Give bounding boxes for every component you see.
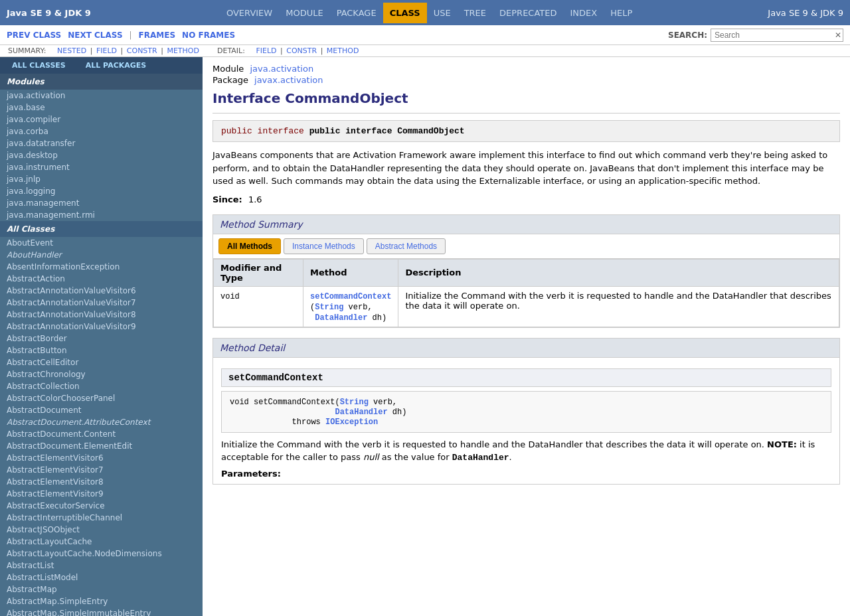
field-link[interactable]: FIELD: [96, 46, 117, 55]
no-frames-link[interactable]: NO FRAMES: [182, 31, 235, 40]
all-classes-link[interactable]: ALL CLASSES: [5, 60, 72, 71]
sidebar-class-aev8[interactable]: AbstractElementVisitor8: [0, 476, 203, 488]
sidebar-item-java-activation[interactable]: java.activation: [0, 90, 203, 102]
divider1: [212, 113, 840, 114]
sidebar-class-aavv6[interactable]: AbstractAnnotationValueVisitor6: [0, 285, 203, 297]
sidebar-class-aev6[interactable]: AbstractElementVisitor6: [0, 452, 203, 464]
module-name-link[interactable]: java.activation: [250, 64, 313, 74]
sidebar-class-aavv7[interactable]: AbstractAnnotationValueVisitor7: [0, 297, 203, 309]
sidebar-class-abstractjsobject[interactable]: AbstractJSOObject: [0, 524, 203, 536]
datahandler-code: DataHandler: [452, 453, 509, 463]
method-signature-cell: setCommandContext (String verb, DataHand…: [303, 286, 398, 327]
sep1: |: [129, 31, 132, 40]
sidebar-class-aavv9[interactable]: AbstractAnnotationValueVisitor9: [0, 321, 203, 333]
detail-field-link[interactable]: FIELD: [256, 46, 276, 55]
interface-description: JavaBeans components that are Activation…: [212, 149, 840, 188]
sidebar-top-links: ALL CLASSES ALL PACKAGES: [0, 57, 203, 74]
sidebar-class-abstractmap-simpleentry[interactable]: AbstractMap.SimpleEntry: [0, 595, 203, 607]
sidebar-item-java-jnlp[interactable]: java.jnlp: [0, 173, 203, 185]
sidebar-class-abstractaction[interactable]: AbstractAction: [0, 273, 203, 285]
method-summary-section: Method Summary All Methods Instance Meth…: [212, 214, 840, 328]
sidebar-item-java-compiler[interactable]: java.compiler: [0, 114, 203, 125]
sidebar-class-abstractdoc-content[interactable]: AbstractDocument.Content: [0, 428, 203, 440]
sidebar-class-abstractborder[interactable]: AbstractBorder: [0, 333, 203, 345]
sidebar-class-abstractlistmodel[interactable]: AbstractListModel: [0, 572, 203, 583]
module-line: Module java.activation: [212, 64, 840, 74]
sidebar-item-java-datatransfer[interactable]: java.datatransfer: [0, 137, 203, 149]
col-description: Description: [398, 259, 839, 286]
frames-link[interactable]: FRAMES: [139, 31, 176, 40]
string-link-detail[interactable]: String: [340, 398, 369, 407]
nav-module[interactable]: MODULE: [279, 3, 329, 23]
nav-class[interactable]: CLASS: [383, 3, 427, 23]
interface-title: Interface CommandObject: [212, 90, 840, 106]
next-class-link[interactable]: NEXT CLASS: [68, 31, 122, 40]
since-section: Since: 1.6: [212, 194, 840, 204]
module-label: Module: [212, 64, 244, 74]
nav-tree[interactable]: TREE: [458, 3, 493, 23]
sidebar-class-abstractbutton[interactable]: AbstractButton: [0, 345, 203, 356]
sidebar-class-abstractexecutorservice[interactable]: AbstractExecutorService: [0, 500, 203, 512]
sidebar-class-abstractdoc-elementedit[interactable]: AbstractDocument.ElementEdit: [0, 440, 203, 452]
sidebar-class-abstractcollection[interactable]: AbstractCollection: [0, 380, 203, 392]
nav-package[interactable]: PACKAGE: [330, 3, 383, 23]
sidebar-class-abstractcolorchooser[interactable]: AbstractColorChooserPanel: [0, 392, 203, 404]
ioexception-link-detail[interactable]: IOException: [325, 418, 378, 427]
tab-abstract-methods[interactable]: Abstract Methods: [367, 238, 446, 254]
search-input[interactable]: [711, 29, 843, 42]
method-detail-header: Method Detail: [213, 339, 839, 358]
sidebar-class-abstractchronology[interactable]: AbstractChronology: [0, 368, 203, 380]
method-detail-section: Method Detail setCommandContext void set…: [212, 338, 840, 485]
search-area: SEARCH: ✕: [668, 29, 843, 42]
set-command-context-link[interactable]: setCommandContext: [310, 292, 391, 301]
note-label: NOTE:: [767, 439, 797, 449]
sidebar-class-aboutevent[interactable]: AboutEvent: [0, 237, 203, 249]
nav-deprecated[interactable]: DEPRECATED: [493, 3, 563, 23]
nested-link[interactable]: NESTED: [57, 46, 86, 55]
sidebar-class-aev9[interactable]: AbstractElementVisitor9: [0, 488, 203, 500]
method-signature-text: setCommandContext (String verb, DataHand…: [310, 292, 391, 323]
sidebar-class-abstractdocument[interactable]: AbstractDocument: [0, 404, 203, 416]
sidebar-class-abstractlayoutcache-node[interactable]: AbstractLayoutCache.NodeDimensions: [0, 548, 203, 560]
method-desc-text: Initialize the Command with the verb it …: [221, 439, 767, 449]
nav-index[interactable]: INDEX: [563, 3, 604, 23]
tab-all-methods[interactable]: All Methods: [218, 238, 281, 254]
sidebar-item-java-management-rmi[interactable]: java.management.rmi: [0, 209, 203, 221]
sidebar-item-java-logging[interactable]: java.logging: [0, 185, 203, 197]
sidebar-class-absentinfoex[interactable]: AbsentInformationException: [0, 261, 203, 273]
datahandler-link-detail[interactable]: DataHandler: [335, 408, 387, 417]
sidebar-class-aev7[interactable]: AbstractElementVisitor7: [0, 464, 203, 476]
sidebar-class-abstractinterruptiblechannel[interactable]: AbstractInterruptibleChannel: [0, 512, 203, 524]
all-packages-link[interactable]: ALL PACKAGES: [79, 60, 153, 71]
method-link[interactable]: METHOD: [167, 46, 199, 55]
search-clear-button[interactable]: ✕: [835, 31, 841, 40]
sidebar-class-aavv8[interactable]: AbstractAnnotationValueVisitor8: [0, 309, 203, 321]
method-summary-header: Method Summary: [213, 215, 839, 234]
datahandler-type-link[interactable]: DataHandler: [315, 313, 367, 323]
nav-help[interactable]: HELP: [604, 3, 639, 23]
prev-class-link[interactable]: PREV CLASS: [7, 31, 61, 40]
string-type-link[interactable]: String: [315, 303, 343, 312]
nav-overview[interactable]: OVERVIEW: [220, 3, 279, 23]
sidebar-item-java-base[interactable]: java.base: [0, 102, 203, 114]
sidebar-item-java-management[interactable]: java.management: [0, 197, 203, 209]
package-label: Package: [212, 75, 248, 85]
table-row: void setCommandContext (String verb, Dat…: [214, 286, 839, 327]
sidebar-class-abouthandler[interactable]: AboutHandler: [0, 249, 203, 261]
nav-use[interactable]: USE: [427, 3, 458, 23]
sidebar-item-java-instrument[interactable]: java.instrument: [0, 161, 203, 173]
detail-constr-link[interactable]: CONSTR: [286, 46, 317, 55]
sidebar-class-abstractcelleditor[interactable]: AbstractCellEditor: [0, 356, 203, 368]
sidebar-item-java-desktop[interactable]: java.desktop: [0, 149, 203, 161]
package-name-link[interactable]: javax.activation: [254, 75, 323, 85]
sidebar-class-abstractlayoutcache[interactable]: AbstractLayoutCache: [0, 536, 203, 548]
detail-method-link[interactable]: METHOD: [327, 46, 359, 55]
sidebar-item-java-corba[interactable]: java.corba: [0, 125, 203, 137]
sidebar: ALL CLASSES ALL PACKAGES Modules java.ac…: [0, 57, 203, 616]
constr-link[interactable]: CONSTR: [127, 46, 157, 55]
tab-instance-methods[interactable]: Instance Methods: [284, 238, 364, 254]
sidebar-class-abstractmap[interactable]: AbstractMap: [0, 583, 203, 595]
sidebar-class-abstractlist[interactable]: AbstractList: [0, 560, 203, 572]
sidebar-class-abstractdoc-attrcontext[interactable]: AbstractDocument.AttributeContext: [0, 416, 203, 428]
sidebar-class-abstractmap-simpleimmutable[interactable]: AbstractMap.SimpleImmutableEntry: [0, 607, 203, 616]
